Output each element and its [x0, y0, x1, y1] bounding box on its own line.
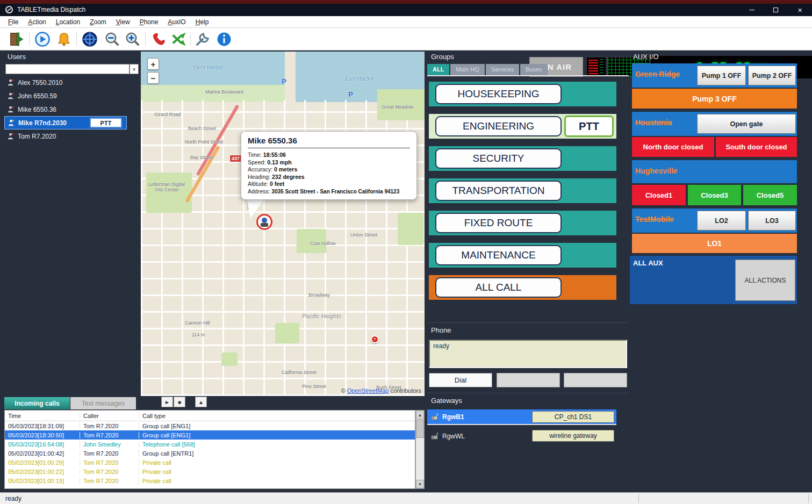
app-window: TABLETmedia Dispatch × File Action Locat… — [0, 0, 812, 504]
user-row-mike-r7nd-selected[interactable]: Mike R7nd.2030 PTT — [4, 116, 127, 129]
lo3-button[interactable]: LO3 — [748, 211, 796, 231]
group-ptt-button[interactable]: PTT — [564, 116, 614, 137]
close-button[interactable]: × — [788, 4, 812, 16]
zoom-in-icon[interactable] — [124, 30, 142, 48]
exit-icon[interactable] — [8, 30, 26, 48]
map-label: Great Meadow — [382, 104, 413, 110]
route-shield: 437 — [229, 155, 242, 162]
menu-action[interactable]: Action — [23, 17, 51, 27]
alarm-icon[interactable] — [55, 30, 73, 48]
map-label: Broadway — [308, 292, 330, 298]
info-icon[interactable] — [215, 30, 233, 48]
group-button-all-call[interactable]: ALL CALL — [435, 277, 562, 298]
group-button-transportation[interactable]: TRANSPORTATION — [435, 181, 562, 201]
closed1-button[interactable]: Closed1 — [632, 185, 686, 205]
phone-blank-button-1[interactable] — [497, 373, 560, 387]
calls-scrollbar[interactable]: ▲ ▼ — [415, 410, 425, 489]
map-label: Union Street — [350, 232, 377, 237]
tab-main-hq[interactable]: Main HQ — [450, 64, 484, 75]
group-row-all-call: ALL CALL — [429, 275, 616, 300]
map-label: California Street — [282, 370, 317, 375]
tab-services[interactable]: Services — [486, 64, 519, 75]
closed3-button[interactable]: Closed3 — [688, 185, 741, 205]
zoom-out-icon[interactable] — [103, 30, 121, 48]
dial-button[interactable]: Dial — [429, 373, 492, 387]
lo1-button[interactable]: LO1 — [632, 234, 797, 253]
aux-section-green-ridge: Green Ridge Pump 1 OFF Pump 2 OFF — [632, 63, 797, 88]
call-row[interactable]: 05/02/2023[01:00:19]Tom R7.2020Private c… — [5, 476, 415, 485]
users-panel-title: Users — [8, 53, 26, 61]
tools-icon[interactable] — [193, 30, 212, 48]
tab-text-messages[interactable]: Text messages — [70, 397, 136, 409]
crosspatch-icon[interactable] — [170, 30, 188, 48]
gateway-channel-button[interactable]: CP_ch1 DS1 — [532, 411, 614, 423]
menu-help[interactable]: Help — [191, 17, 214, 27]
minimize-button[interactable] — [739, 4, 764, 16]
tab-buses[interactable]: Buses — [520, 64, 548, 75]
menu-location[interactable]: Location — [51, 17, 85, 27]
scrollbar-thumb[interactable] — [416, 420, 424, 438]
openstreetmap-link[interactable]: OpenStreetMap — [347, 387, 389, 394]
map-view[interactable]: Yacht Harbor Marina Boulevard East Harbo… — [141, 52, 425, 396]
user-row-john[interactable]: John 6550.59 — [4, 89, 139, 103]
call-row-selected[interactable]: 05/03/2023[18:30:50]Tom R7.2020Group cal… — [5, 430, 415, 440]
group-button-security[interactable]: SECURITY — [435, 148, 562, 169]
play-icon[interactable] — [33, 30, 52, 48]
user-row-alex[interactable]: Alex 7550.2010 — [4, 76, 139, 89]
south-door-button[interactable]: South door closed — [716, 137, 797, 157]
group-button-housekeeping[interactable]: HOUSEKEEPING — [435, 84, 562, 104]
locate-icon[interactable] — [81, 30, 99, 48]
scroll-down-icon[interactable]: ▼ — [416, 480, 424, 488]
menu-zoom[interactable]: Zoom — [85, 17, 111, 27]
group-row-fixed-route: FIXED ROUTE — [429, 211, 616, 235]
call-row[interactable]: 05/02/2023[01:00:22]Tom R7.2020Private c… — [5, 467, 415, 476]
tab-incoming-calls[interactable]: Incoming calls — [4, 397, 70, 409]
menu-phone[interactable]: Phone — [135, 17, 163, 27]
map-zoom-in-button[interactable]: + — [147, 58, 159, 70]
group-button-fixed-route[interactable]: FIXED ROUTE — [435, 213, 562, 233]
user-row-tom[interactable]: Tom R7.2020 — [4, 129, 139, 143]
playback-up-button[interactable]: ▲ — [195, 397, 207, 407]
map-zoom-out-button[interactable]: − — [147, 72, 159, 84]
lo2-button[interactable]: LO2 — [697, 211, 746, 231]
scroll-up-icon[interactable]: ▲ — [416, 411, 424, 419]
poi-marker[interactable]: + — [371, 335, 379, 343]
gateway-row-rgwb1[interactable]: RgwB1 CP_ch1 DS1 — [427, 409, 616, 425]
clear-search-icon[interactable]: × — [130, 64, 139, 74]
call-row[interactable]: 05/03/2023[18:31:09]Tom R7.2020Group cal… — [5, 421, 415, 430]
closed5-button[interactable]: Closed5 — [743, 185, 797, 205]
parking-icon: P — [282, 77, 286, 85]
call-row[interactable]: 05/02/2023[01:00:29]Tom R7.2020Private c… — [5, 458, 415, 467]
gateway-channel-button[interactable]: wireline gateway — [532, 430, 614, 442]
gateway-row-rgwwl[interactable]: RgwWL wireline gateway — [427, 428, 616, 444]
user-search-input[interactable] — [5, 64, 130, 74]
pump3-button[interactable]: Pump 3 OFF — [632, 89, 797, 109]
popup-field: Address: 3035 Scott Street - San Francis… — [248, 188, 410, 196]
map-label: Marina Boulevard — [205, 89, 243, 95]
open-gate-button[interactable]: Open gate — [697, 114, 796, 134]
menu-view[interactable]: View — [111, 17, 135, 27]
pump1-button[interactable]: Pump 1 OFF — [697, 66, 746, 85]
playback-stop-button[interactable]: ■ — [174, 397, 185, 407]
all-actions-button[interactable]: ALL ACTIONS — [735, 260, 795, 301]
tab-all[interactable]: ALL — [427, 64, 449, 75]
group-button-engineering[interactable]: ENGINEERING — [435, 116, 562, 136]
menu-file[interactable]: File — [3, 17, 23, 27]
phone-blank-button-2[interactable] — [564, 373, 627, 387]
audio-level-meter — [586, 57, 606, 77]
maximize-button[interactable] — [764, 4, 788, 16]
user-row-mike[interactable]: Mike 6550.36 — [4, 103, 139, 116]
menu-auxio[interactable]: AuxIO — [163, 17, 190, 27]
popup-field: Accuracy: 0 meters — [248, 166, 410, 174]
north-door-button[interactable]: North door closed — [632, 137, 714, 157]
playback-play-button[interactable]: ► — [161, 397, 173, 407]
aux-site-label: TestMobile — [635, 215, 674, 224]
map-label: Cow Hollow — [310, 241, 336, 246]
pump2-button[interactable]: Pump 2 OFF — [748, 66, 796, 85]
user-location-popup: Mike 6550.36 Time: 18:55:06 Speed: 0.13 … — [241, 131, 417, 200]
user-ptt-button[interactable]: PTT — [90, 118, 122, 128]
group-button-maintenance[interactable]: MAINTENANCE — [435, 245, 562, 265]
phone-icon[interactable] — [149, 30, 168, 48]
call-row[interactable]: 05/02/2023[01:00:42]Tom R7.2020Group cal… — [5, 449, 415, 458]
call-row[interactable]: 05/03/2023[16:54:08]John SmedleyTelephon… — [5, 440, 415, 449]
